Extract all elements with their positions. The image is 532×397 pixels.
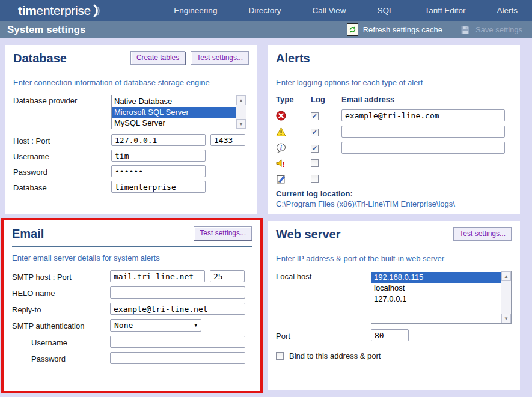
logo-text-bold: tim xyxy=(18,4,37,18)
db-password-input[interactable] xyxy=(111,165,206,177)
email-panel-description: Enter email server details for system al… xyxy=(12,253,252,262)
logo-swoosh-icon xyxy=(92,4,104,18)
warning-log-checkbox[interactable] xyxy=(311,129,319,136)
listbox-option[interactable]: MySQL Server xyxy=(112,118,236,129)
error-email-input[interactable] xyxy=(341,109,505,121)
alerts-col-log: Log xyxy=(311,95,341,104)
nav-item-directory[interactable]: Directory xyxy=(248,6,281,15)
warning-email-input[interactable] xyxy=(341,126,505,138)
listbox-option[interactable]: localhost xyxy=(371,283,501,294)
email-panel-title: Email xyxy=(12,226,44,241)
helo-name-label: HELO name xyxy=(12,288,110,298)
nav-item-call-view[interactable]: Call View xyxy=(312,6,346,15)
smtp-port-input[interactable] xyxy=(210,270,245,282)
nav-item-alerts[interactable]: Alerts xyxy=(497,6,518,15)
database-panel-description: Enter connection information of database… xyxy=(13,78,249,87)
ws-port-label: Port xyxy=(276,330,371,341)
alert-row xyxy=(276,126,512,138)
edit-log-checkbox[interactable] xyxy=(311,175,319,183)
bind-address-checkbox-label: Bind to this address & port xyxy=(289,351,381,360)
chevron-down-icon: ▼ xyxy=(194,323,197,328)
listbox-option[interactable]: 127.0.0.1 xyxy=(371,294,501,305)
sound-log-checkbox[interactable] xyxy=(311,159,319,167)
smtp-auth-label: SMTP authentication xyxy=(12,320,110,330)
refresh-settings-label: Refresh settings cache xyxy=(363,25,442,34)
listbox-option[interactable]: Native Database xyxy=(112,96,236,107)
alerts-panel: Alerts Enter logging options for each ty… xyxy=(268,45,520,214)
email-panel-highlight-outline: Email Test settings... Enter email serve… xyxy=(1,218,263,393)
web-server-panel-description: Enter IP address & port of the built-in … xyxy=(276,254,512,263)
alert-row xyxy=(276,174,512,185)
scroll-up-button[interactable]: ▲ xyxy=(236,95,246,105)
current-log-location-label: Current log location: xyxy=(276,189,512,198)
save-settings-label: Save settings xyxy=(475,25,522,34)
web-server-panel: Web server Test settings... Enter IP add… xyxy=(268,221,520,390)
page-title: System settings xyxy=(7,24,85,36)
smtp-host-port-label: SMTP host : Port xyxy=(12,271,110,282)
alerts-panel-description: Enter logging options for each type of a… xyxy=(276,78,512,87)
scroll-down-button[interactable]: ▼ xyxy=(501,314,511,323)
listbox-scrollbar[interactable]: ▲ ▼ xyxy=(501,271,511,323)
scroll-down-button[interactable]: ▼ xyxy=(236,119,246,129)
page-header-bar: System settings Refresh settings cache S… xyxy=(0,21,532,38)
db-database-input[interactable] xyxy=(111,181,206,193)
ws-port-input[interactable] xyxy=(371,329,409,341)
warning-icon xyxy=(276,127,286,137)
db-host-input[interactable] xyxy=(111,134,206,146)
save-settings-button[interactable]: Save settings xyxy=(460,25,522,35)
smtp-auth-select[interactable]: None ▼ xyxy=(110,319,201,332)
error-log-checkbox[interactable] xyxy=(311,112,319,120)
bind-address-checkbox[interactable] xyxy=(276,352,284,360)
database-test-settings-button[interactable]: Test settings... xyxy=(191,51,249,65)
top-navigation-bar: timenterprise EngineeringDirectoryCall V… xyxy=(0,0,532,21)
listbox-scrollbar[interactable]: ▲ ▼ xyxy=(236,95,246,129)
alerts-col-email: Email address xyxy=(341,95,512,104)
db-username-label: Username xyxy=(13,151,111,161)
nav-item-engineering[interactable]: Engineering xyxy=(174,6,217,15)
email-username-input[interactable] xyxy=(110,336,245,348)
logo-text-regular: enterprise xyxy=(37,4,91,18)
alert-row: i xyxy=(276,142,512,154)
nav-item-tariff-editor[interactable]: Tariff Editor xyxy=(424,6,465,15)
web-server-test-settings-button[interactable]: Test settings... xyxy=(453,227,512,241)
info-email-input[interactable] xyxy=(341,142,505,154)
email-password-input[interactable] xyxy=(110,352,245,364)
db-password-label: Password xyxy=(13,166,111,177)
email-panel: Email Test settings... Enter email serve… xyxy=(4,220,260,391)
svg-text:!: ! xyxy=(283,160,285,169)
smtp-auth-selected-value: None xyxy=(114,321,133,330)
database-provider-listbox[interactable]: Native DatabaseMicrosoft SQL ServerMySQL… xyxy=(111,95,246,129)
reply-to-input[interactable] xyxy=(110,303,245,315)
helo-name-input[interactable] xyxy=(110,286,245,299)
database-provider-label: Database provider xyxy=(13,95,111,105)
web-server-panel-title: Web server xyxy=(276,227,340,241)
create-tables-button[interactable]: Create tables xyxy=(130,51,185,65)
nav-item-sql[interactable]: SQL xyxy=(377,6,393,15)
edit-icon xyxy=(276,174,286,184)
listbox-option[interactable]: 192.168.0.115 xyxy=(371,272,501,283)
email-username-label: Username xyxy=(12,337,110,347)
tim-enterprise-logo[interactable]: timenterprise xyxy=(18,4,104,18)
sound-icon: ! xyxy=(276,159,286,169)
db-port-input[interactable] xyxy=(210,134,245,146)
alerts-col-type: Type xyxy=(276,95,311,104)
database-panel-title: Database xyxy=(13,51,67,65)
info-log-checkbox[interactable] xyxy=(311,145,319,153)
refresh-icon xyxy=(347,24,358,35)
email-test-settings-button[interactable]: Test settings... xyxy=(194,226,252,240)
db-database-label: Database xyxy=(13,182,111,192)
refresh-settings-cache-button[interactable]: Refresh settings cache xyxy=(347,24,442,35)
scroll-up-button[interactable]: ▲ xyxy=(501,271,511,281)
alerts-panel-title: Alerts xyxy=(276,51,310,65)
listbox-option[interactable]: Microsoft SQL Server xyxy=(112,107,236,118)
alert-row: ! xyxy=(276,158,512,169)
db-username-input[interactable] xyxy=(111,150,206,162)
db-host-port-label: Host : Port xyxy=(13,135,111,145)
reply-to-label: Reply-to xyxy=(12,304,110,314)
svg-text:i: i xyxy=(280,144,282,150)
error-icon xyxy=(276,111,286,121)
local-host-listbox[interactable]: 192.168.0.115localhost127.0.0.1 ▲ ▼ xyxy=(371,271,512,324)
current-log-location-path: C:\Program Files (x86)\Tri-Line\TIM Ente… xyxy=(276,199,512,208)
smtp-host-input[interactable] xyxy=(110,270,205,282)
database-panel: Database Create tables Test settings... … xyxy=(5,45,257,214)
